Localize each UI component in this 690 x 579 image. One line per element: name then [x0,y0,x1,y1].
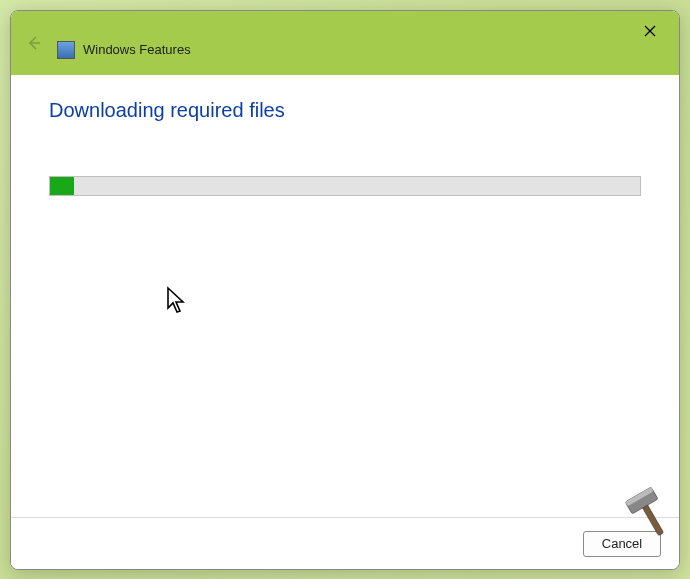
dialog-window: Windows Features Downloading required fi… [10,10,680,570]
close-icon [644,25,656,37]
progress-fill [50,177,74,195]
progress-bar [49,176,641,196]
content-area: Downloading required files [11,75,679,517]
dialog-footer: Cancel [11,517,679,569]
heading: Downloading required files [49,99,641,122]
close-button[interactable] [629,17,671,45]
titlebar: Windows Features [11,11,679,75]
app-icon [57,41,75,59]
back-button[interactable] [25,34,43,52]
back-arrow-icon [26,35,42,51]
window-title: Windows Features [83,42,191,57]
cancel-button[interactable]: Cancel [583,531,661,557]
